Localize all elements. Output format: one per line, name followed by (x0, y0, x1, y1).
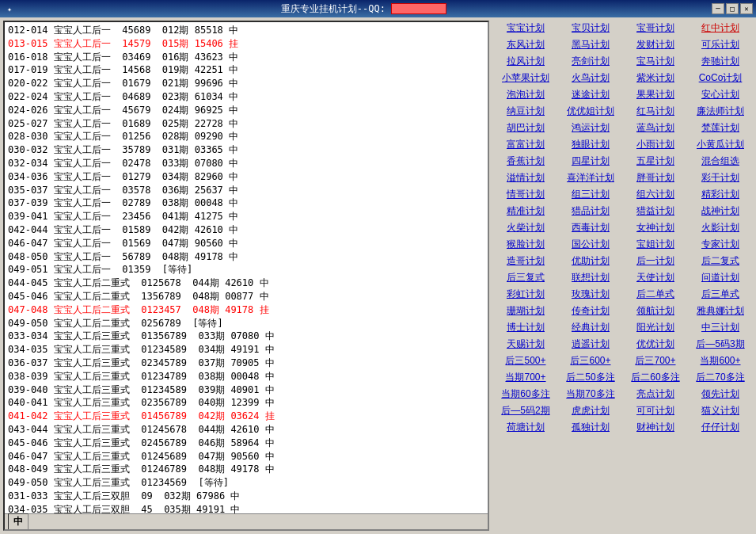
link-item-18-3[interactable]: 中三计划 (689, 320, 752, 335)
link-item-9-2[interactable]: 胖哥计划 (624, 170, 687, 185)
link-item-5-2[interactable]: 红马计划 (624, 104, 687, 119)
link-item-11-3[interactable]: 战神计划 (689, 204, 752, 219)
link-item-19-3[interactable]: 后—5码3期 (689, 337, 752, 352)
link-item-17-0[interactable]: 珊瑚计划 (494, 303, 557, 318)
link-item-13-2[interactable]: 宝姐计划 (624, 237, 687, 252)
maximize-button[interactable]: □ (726, 3, 739, 14)
link-item-9-0[interactable]: 溢情计划 (494, 170, 557, 185)
link-item-16-1[interactable]: 玫瑰计划 (559, 287, 622, 302)
link-item-23-3[interactable]: 猫义计划 (689, 403, 752, 418)
link-item-22-1[interactable]: 当期70多注 (559, 387, 622, 402)
link-item-2-0[interactable]: 拉风计划 (494, 54, 557, 69)
link-item-22-0[interactable]: 当期60多注 (494, 387, 557, 402)
link-item-4-0[interactable]: 泡泡计划 (494, 87, 557, 102)
link-item-3-3[interactable]: CoCo计划 (689, 71, 752, 86)
link-item-13-3[interactable]: 专家计划 (689, 237, 752, 252)
link-item-2-2[interactable]: 宝马计划 (624, 54, 687, 69)
link-item-6-2[interactable]: 蓝鸟计划 (624, 120, 687, 135)
link-item-3-2[interactable]: 紫米计划 (624, 71, 687, 86)
link-item-12-1[interactable]: 西毒计划 (559, 220, 622, 235)
link-item-4-3[interactable]: 安心计划 (689, 87, 752, 102)
link-item-10-3[interactable]: 精彩计划 (689, 187, 752, 202)
link-item-9-3[interactable]: 彩干计划 (689, 170, 752, 185)
link-item-18-1[interactable]: 经典计划 (559, 320, 622, 335)
minimize-button[interactable]: ─ (712, 3, 724, 14)
link-item-6-3[interactable]: 梵莲计划 (689, 120, 752, 135)
link-item-15-1[interactable]: 联想计划 (559, 270, 622, 285)
link-item-4-1[interactable]: 迷途计划 (559, 87, 622, 102)
link-item-9-1[interactable]: 喜洋洋计划 (559, 170, 622, 185)
close-button[interactable]: ✕ (740, 3, 753, 14)
link-item-19-1[interactable]: 逍遥计划 (559, 337, 622, 352)
link-item-4-2[interactable]: 果果计划 (624, 87, 687, 102)
link-item-11-2[interactable]: 猎益计划 (624, 204, 687, 219)
link-item-24-2[interactable]: 财神计划 (624, 420, 687, 435)
link-item-1-3[interactable]: 可乐计划 (689, 37, 752, 52)
link-item-0-3[interactable]: 红中计划 (689, 21, 752, 36)
link-item-14-1[interactable]: 优助计划 (559, 254, 622, 269)
link-item-14-3[interactable]: 后二复式 (689, 254, 752, 269)
link-item-21-1[interactable]: 后二50多注 (559, 370, 622, 385)
link-item-22-3[interactable]: 领先计划 (689, 387, 752, 402)
link-item-7-0[interactable]: 富富计划 (494, 137, 557, 152)
link-item-19-2[interactable]: 优优计划 (624, 337, 687, 352)
link-item-7-2[interactable]: 小雨计划 (624, 137, 687, 152)
link-item-24-3[interactable]: 仔仔计划 (689, 420, 752, 435)
qq-input[interactable] (391, 3, 446, 14)
link-item-3-1[interactable]: 火鸟计划 (559, 71, 622, 86)
link-item-22-2[interactable]: 亮点计划 (624, 387, 687, 402)
link-item-18-2[interactable]: 阳光计划 (624, 320, 687, 335)
link-item-15-3[interactable]: 问道计划 (689, 270, 752, 285)
link-item-24-0[interactable]: 荷塘计划 (494, 420, 557, 435)
link-item-6-0[interactable]: 胡巴计划 (494, 120, 557, 135)
link-item-23-0[interactable]: 后—5码2期 (494, 403, 557, 418)
link-item-7-3[interactable]: 小黄瓜计划 (689, 137, 752, 152)
link-item-17-3[interactable]: 雅典娜计划 (689, 303, 752, 318)
link-item-0-2[interactable]: 宝哥计划 (624, 21, 687, 36)
link-item-8-0[interactable]: 香蕉计划 (494, 154, 557, 169)
link-item-17-2[interactable]: 领航计划 (624, 303, 687, 318)
link-item-18-0[interactable]: 博士计划 (494, 320, 557, 335)
link-item-12-2[interactable]: 女神计划 (624, 220, 687, 235)
link-item-13-0[interactable]: 猴脸计划 (494, 237, 557, 252)
link-item-12-3[interactable]: 火影计划 (689, 220, 752, 235)
link-item-0-1[interactable]: 宝贝计划 (559, 21, 622, 36)
link-item-15-2[interactable]: 天使计划 (624, 270, 687, 285)
link-item-21-3[interactable]: 后二70多注 (689, 370, 752, 385)
link-item-5-1[interactable]: 优优姐计划 (559, 104, 622, 119)
link-item-13-1[interactable]: 国公计划 (559, 237, 622, 252)
link-item-23-2[interactable]: 可可计划 (624, 403, 687, 418)
link-item-21-0[interactable]: 当期700+ (494, 370, 557, 385)
link-item-7-1[interactable]: 独眼计划 (559, 137, 622, 152)
link-item-12-0[interactable]: 火柴计划 (494, 220, 557, 235)
link-item-14-0[interactable]: 造哥计划 (494, 254, 557, 269)
list-scroll-area[interactable]: 012-014 宝宝人工后一 45689 012期 85518 中013-015… (5, 22, 488, 513)
link-item-0-0[interactable]: 宝宝计划 (494, 21, 557, 36)
link-item-15-0[interactable]: 后三复式 (494, 270, 557, 285)
link-item-2-3[interactable]: 奔驰计划 (689, 54, 752, 69)
link-item-2-1[interactable]: 亮剑计划 (559, 54, 622, 69)
link-item-20-1[interactable]: 后三600+ (559, 353, 622, 368)
link-item-24-1[interactable]: 孤独计划 (559, 420, 622, 435)
link-item-20-0[interactable]: 后三500+ (494, 353, 557, 368)
link-item-1-0[interactable]: 东风计划 (494, 37, 557, 52)
link-item-11-1[interactable]: 猎品计划 (559, 204, 622, 219)
link-item-8-2[interactable]: 五星计划 (624, 154, 687, 169)
link-item-20-3[interactable]: 当期600+ (689, 353, 752, 368)
link-item-6-1[interactable]: 鸿运计划 (559, 120, 622, 135)
link-item-21-2[interactable]: 后二60多注 (624, 370, 687, 385)
link-item-5-0[interactable]: 纳豆计划 (494, 104, 557, 119)
link-item-1-1[interactable]: 黑马计划 (559, 37, 622, 52)
link-item-23-1[interactable]: 虎虎计划 (559, 403, 622, 418)
link-item-10-2[interactable]: 组六计划 (624, 187, 687, 202)
link-item-16-3[interactable]: 后三单式 (689, 287, 752, 302)
link-item-17-1[interactable]: 传奇计划 (559, 303, 622, 318)
link-item-1-2[interactable]: 发财计划 (624, 37, 687, 52)
link-item-8-1[interactable]: 四星计划 (559, 154, 622, 169)
link-item-11-0[interactable]: 精准计划 (494, 204, 557, 219)
link-item-19-0[interactable]: 天赐计划 (494, 337, 557, 352)
link-item-3-0[interactable]: 小苹果计划 (494, 71, 557, 86)
link-item-8-3[interactable]: 混合组选 (689, 154, 752, 169)
link-item-10-1[interactable]: 组三计划 (559, 187, 622, 202)
link-item-5-3[interactable]: 廉法师计划 (689, 104, 752, 119)
